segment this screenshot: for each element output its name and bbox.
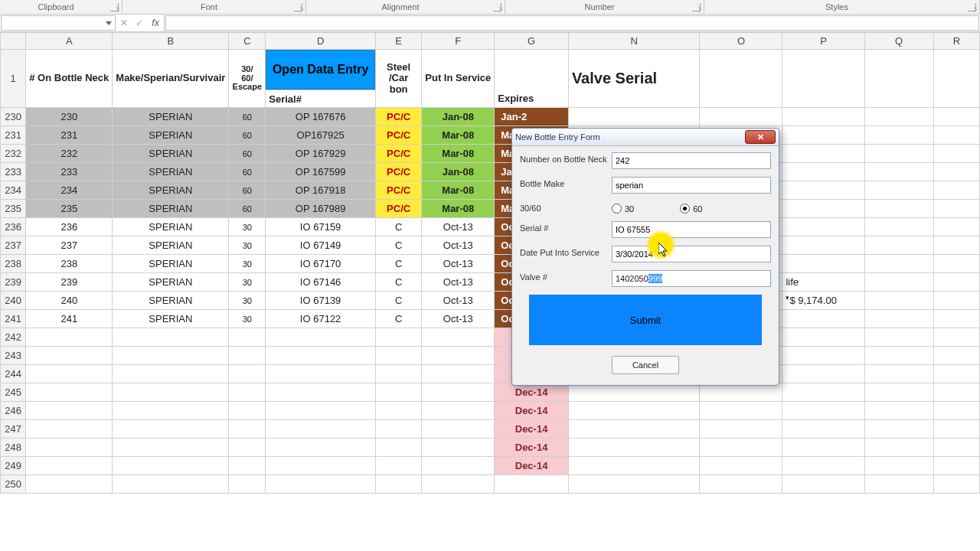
- cell[interactable]: life: [782, 273, 864, 292]
- cell[interactable]: OP 167929: [266, 145, 376, 163]
- column-header-C[interactable]: C: [229, 33, 266, 50]
- row-header[interactable]: 250: [1, 475, 26, 494]
- cell[interactable]: IO 67170: [266, 255, 376, 273]
- cell[interactable]: 240: [26, 292, 113, 310]
- cell[interactable]: 60: [229, 163, 266, 181]
- cell[interactable]: PC/C: [375, 126, 421, 145]
- cell[interactable]: SPERIAN: [113, 255, 229, 273]
- cell[interactable]: 231: [26, 126, 113, 145]
- cell[interactable]: 30: [229, 292, 266, 310]
- cell[interactable]: SPERIAN: [113, 108, 229, 126]
- cell[interactable]: 232: [26, 145, 113, 163]
- cell[interactable]: Dec-14: [495, 420, 569, 439]
- cell[interactable]: Mar-08: [422, 126, 495, 145]
- column-header-G[interactable]: G: [495, 33, 569, 50]
- cell[interactable]: OP 167918: [266, 181, 376, 200]
- column-header-P[interactable]: P: [782, 33, 864, 50]
- row-header[interactable]: 241: [1, 310, 26, 328]
- cell[interactable]: Oct-13: [422, 310, 495, 328]
- cell[interactable]: IO 67149: [266, 236, 376, 255]
- row-header[interactable]: 240: [1, 292, 26, 310]
- cell[interactable]: SPERIAN: [113, 292, 229, 310]
- close-icon[interactable]: ✕: [745, 130, 776, 144]
- cell[interactable]: PC/C: [375, 181, 421, 200]
- cell[interactable]: 60: [229, 108, 266, 126]
- cell[interactable]: 234: [26, 181, 113, 200]
- row-header-1[interactable]: 1: [1, 50, 26, 108]
- row-header[interactable]: 231: [1, 126, 26, 145]
- cell[interactable]: C: [375, 310, 421, 328]
- column-header-F[interactable]: F: [422, 33, 495, 50]
- cell[interactable]: PC/C: [375, 108, 421, 126]
- cell[interactable]: 241: [26, 310, 113, 328]
- cell[interactable]: 233: [26, 163, 113, 181]
- cell[interactable]: Mar-08: [422, 145, 495, 163]
- row-header[interactable]: 238: [1, 255, 26, 273]
- cell[interactable]: 30: [229, 273, 266, 292]
- valve-number-input[interactable]: 1402050999: [612, 270, 771, 287]
- cell[interactable]: Oct-13: [422, 218, 495, 236]
- open-data-entry-button[interactable]: Open Data Entry: [266, 50, 375, 90]
- column-header-Q[interactable]: Q: [864, 33, 933, 50]
- radio-30[interactable]: 30: [612, 204, 634, 214]
- row-header[interactable]: 244: [1, 365, 26, 383]
- cell[interactable]: OP 167989: [266, 200, 376, 218]
- cell[interactable]: SPERIAN: [113, 145, 229, 163]
- cell[interactable]: 60: [229, 126, 266, 145]
- dialog-launcher-icon[interactable]: [110, 3, 119, 11]
- row-header[interactable]: 248: [1, 439, 26, 457]
- cell[interactable]: Mar-08: [422, 181, 495, 200]
- dialog-launcher-icon[interactable]: [493, 3, 501, 11]
- cell[interactable]: SPERIAN: [113, 126, 229, 145]
- cell[interactable]: IO 67139: [266, 292, 376, 310]
- row-header[interactable]: 245: [1, 383, 26, 402]
- cell[interactable]: 30: [229, 310, 266, 328]
- serial-input[interactable]: [612, 221, 771, 238]
- cell[interactable]: Oct-13: [422, 273, 495, 292]
- column-header-A[interactable]: A: [26, 33, 113, 50]
- row-header[interactable]: 246: [1, 402, 26, 420]
- row-header[interactable]: 233: [1, 163, 26, 181]
- bottle-make-input[interactable]: [612, 177, 771, 194]
- number-on-bottle-neck-input[interactable]: [612, 152, 771, 169]
- row-header[interactable]: 243: [1, 347, 26, 365]
- cell[interactable]: SPERIAN: [113, 200, 229, 218]
- cell[interactable]: SPERIAN: [113, 181, 229, 200]
- column-header-B[interactable]: B: [113, 33, 229, 50]
- cell[interactable]: 239: [26, 273, 113, 292]
- column-header-O[interactable]: O: [700, 33, 782, 50]
- cell[interactable]: 237: [26, 236, 113, 255]
- radio-60[interactable]: 60: [680, 204, 702, 214]
- dialog-launcher-icon[interactable]: [968, 3, 976, 11]
- cell[interactable]: SPERIAN: [113, 218, 229, 236]
- row-header[interactable]: 232: [1, 145, 26, 163]
- cancel-formula-icon[interactable]: ✕: [116, 15, 132, 31]
- cell[interactable]: C: [375, 236, 421, 255]
- cell[interactable]: Oct-13: [422, 255, 495, 273]
- cell[interactable]: 235: [26, 200, 113, 218]
- dialog-launcher-icon[interactable]: [294, 3, 302, 11]
- cell[interactable]: Dec-14: [495, 439, 569, 457]
- row-header[interactable]: 230: [1, 108, 26, 126]
- cell[interactable]: 30: [229, 255, 266, 273]
- cell[interactable]: C: [375, 218, 421, 236]
- row-header[interactable]: 235: [1, 200, 26, 218]
- row-header[interactable]: 242: [1, 328, 26, 347]
- cell[interactable]: OP167925: [266, 126, 376, 145]
- column-header-D[interactable]: D: [266, 33, 376, 50]
- column-header-R[interactable]: R: [933, 33, 979, 50]
- cell[interactable]: C: [375, 255, 421, 273]
- cell[interactable]: Jan-2: [495, 108, 569, 126]
- cell[interactable]: 238: [26, 255, 113, 273]
- cell[interactable]: ▾$ 9,174.00: [782, 292, 864, 310]
- row-header[interactable]: 247: [1, 420, 26, 439]
- cell[interactable]: 30: [229, 218, 266, 236]
- cell[interactable]: 60: [229, 145, 266, 163]
- dialog-titlebar[interactable]: New Bottle Entry Form ✕: [512, 129, 779, 146]
- dialog-launcher-icon[interactable]: [692, 3, 701, 11]
- submit-button[interactable]: Submit: [529, 295, 762, 345]
- cell[interactable]: SPERIAN: [113, 273, 229, 292]
- fx-icon[interactable]: fx: [147, 15, 165, 31]
- cell[interactable]: Dec-14: [495, 402, 569, 420]
- cancel-button[interactable]: Cancel: [612, 356, 679, 374]
